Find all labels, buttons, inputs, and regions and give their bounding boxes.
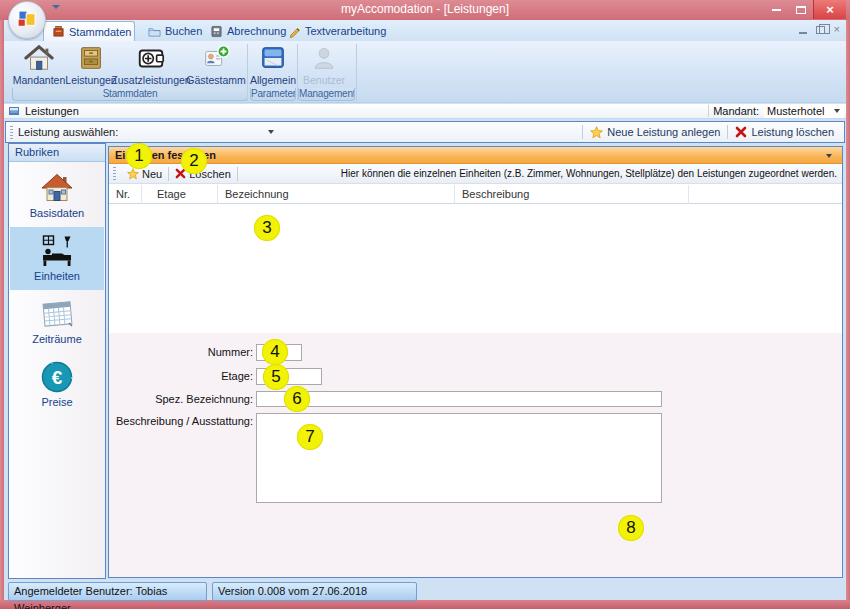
leistung-loeschen-button[interactable]: Leistung löschen [728,123,841,141]
ribbon-button-zusatzleistungen[interactable]: Zusatzleistungen [116,43,186,87]
tab-stammdaten[interactable]: Stammdaten [43,21,135,41]
maximize-button[interactable] [789,0,813,19]
mandant-label: Mandant: [713,105,759,117]
close-icon: × [826,3,834,16]
sidebar-item-zeitraeume[interactable]: Zeiträume [10,290,104,353]
separator [237,167,238,181]
toolbar-grip-handle[interactable] [10,126,13,139]
caption-title: Leistungen [25,105,79,117]
sidebar-item-preise[interactable]: €Preise [10,353,104,416]
ribbon-button-label: Zusatzleistungen [111,74,190,86]
sidebar-item-label: Einheiten [10,270,104,282]
einheiten-table-body [109,204,842,333]
field-label-nummer: Nummer: [109,346,253,358]
ribbon-group-separator [247,44,248,101]
application-window: myAccomodation - [Leistungen] × Stammdat… [0,0,850,609]
leistungen-window-icon [8,105,20,117]
tab-textverarbeitung[interactable]: Textverarbeitung [280,21,384,41]
window-border-right [846,20,850,601]
caption-separator [708,105,709,117]
ribbon-button-gaestestamm[interactable]: Gästestamm [186,43,246,87]
ribbon-button-mandanten[interactable]: Mandanten [12,43,66,87]
einheiten-hint-text: Hier können die einzelnen Einheiten (z.B… [341,168,837,179]
callout-1: 1 [126,143,152,169]
field-label-etage: Etage: [109,370,253,382]
tab-abrechnung[interactable]: Abrechnung [202,21,274,41]
field-label-spez-bezeichnung: Spez. Bezeichnung: [109,393,253,405]
app-menu-orb[interactable] [8,1,46,39]
leistung-combobox[interactable] [118,123,280,141]
sidebar-item-label: Zeiträume [10,333,104,345]
column-header-beschreibung[interactable]: Beschreibung [462,188,529,200]
field-input-spez-bezeichnung[interactable] [256,391,662,407]
delete-x-icon [735,126,747,138]
einheiten-toolbar: Neu Löschen Hier können die einzelnen Ei… [109,164,842,184]
column-header-etage[interactable]: Etage [157,188,186,200]
panel-collapse-icon[interactable] [826,154,832,158]
column-separator [217,185,218,204]
callout-8: 8 [618,515,644,541]
window-title: myAccomodation - [Leistungen] [0,2,850,16]
tab-label: Buchen [165,25,202,37]
mandant-combobox[interactable]: Musterhotel [764,104,844,118]
buchen-tab-icon [148,25,161,38]
column-separator [688,185,689,204]
column-header-nr[interactable]: Nr. [116,188,130,200]
ribbon-group-separator [297,44,298,101]
leistung-select-label: Leistung auswählen: [18,126,118,138]
toolbar-grip-handle[interactable] [113,167,116,180]
euro-icon: € [39,359,75,395]
ribbon-button-label: Leistungen [65,74,116,86]
abrechnung-tab-icon [210,25,223,38]
ribbon: MandantenLeistungenZusatzleistungenGäste… [4,41,846,103]
sidebar-item-label: Preise [10,396,104,408]
mdi-minimize-button[interactable] [799,32,807,34]
minimize-button[interactable] [764,0,788,19]
wallet-plus-icon [136,43,166,73]
guest-card-plus-icon [201,43,231,73]
neue-leistung-anlegen-label: Neue Leistung anlegen [607,126,720,138]
column-separator [141,185,142,204]
column-separator [454,185,455,204]
ribbon-group-separator [356,44,357,101]
ribbon-button-label: Mandanten [13,74,66,86]
einheiten-table-header: Nr.EtageBezeichnungBeschreibung [109,185,842,204]
callout-3: 3 [254,215,280,241]
mdi-close-button[interactable]: × [834,24,840,35]
field-label-beschreibung-ausstattung: Beschreibung / Ausstattung: [109,415,253,427]
star-icon [590,126,603,139]
mdi-restore-button[interactable] [816,26,825,34]
callout-6: 6 [284,386,310,412]
tab-label: Textverarbeitung [305,25,386,37]
neu-button[interactable]: Neu [121,168,168,180]
leistung-dropdown-icon [268,130,274,134]
ribbon-button-leistungen[interactable]: Leistungen [66,43,116,87]
column-header-bezeichnung[interactable]: Bezeichnung [225,188,289,200]
svg-text:€: € [52,367,63,388]
callout-2: 2 [181,148,207,174]
star-icon [127,168,139,180]
leistung-loeschen-label: Leistung löschen [751,126,834,138]
einheiten-form: Speichern Nummer:Etage:Spez. Bezeichnung… [109,333,842,577]
statusbar-user-panel: Angemeldeter Benutzer: Tobias Weinberger [8,582,207,601]
sidebar-item-basisdaten[interactable]: Basisdaten [10,164,104,227]
leistung-selector-bar: Leistung auswählen: Neue Leistung anlege… [5,121,845,143]
user-gray-icon [309,43,339,73]
house-color-icon [39,170,75,206]
einheiten-panel-header: Einheiten festlegen [109,147,842,164]
app-logo-icon [11,4,43,36]
ribbon-button-allgemein[interactable]: Allgemein [250,43,296,87]
rubriken-header: Rubriken [9,144,105,162]
callout-7: 7 [297,424,323,450]
close-button[interactable]: × [813,0,846,19]
window-border-left [0,20,4,601]
quick-access-dropdown-icon[interactable] [52,5,60,9]
mandant-value: Musterhotel [764,105,830,117]
sidebar-item-einheiten[interactable]: Einheiten [10,227,104,290]
neue-leistung-anlegen-button[interactable]: Neue Leistung anlegen [583,123,727,141]
ribbon-group-stammdaten: Stammdaten [12,88,248,101]
tab-buchen[interactable]: Buchen [140,21,196,41]
titlebar: myAccomodation - [Leistungen] × [0,0,850,20]
house-icon [24,43,54,73]
bed-icon [39,233,75,269]
